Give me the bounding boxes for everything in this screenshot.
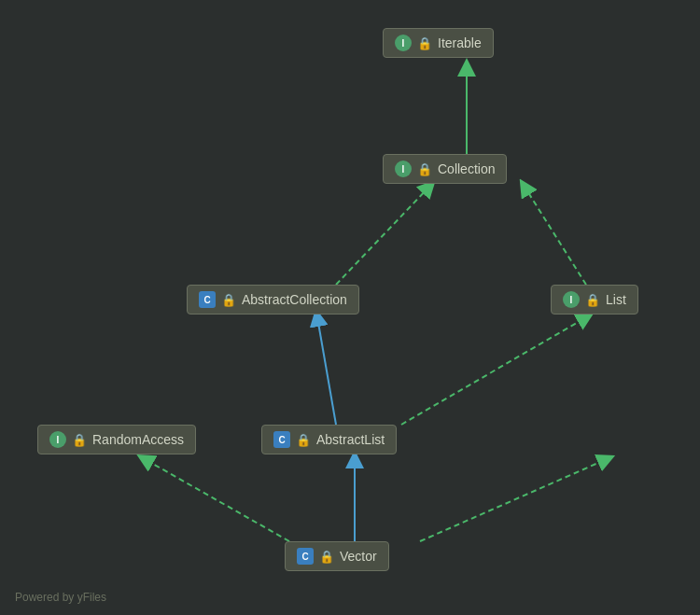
lock-icon-iterable: 🔒	[417, 36, 432, 50]
label-collection: Collection	[438, 161, 495, 176]
powered-by: Powered by yFiles	[15, 591, 106, 604]
label-iterable: Iterable	[438, 35, 482, 50]
lock-icon-list: 🔒	[585, 293, 600, 307]
badge-list: I	[563, 291, 580, 308]
svg-line-10	[420, 459, 607, 541]
badge-random-access: I	[49, 431, 66, 448]
node-list[interactable]: I 🔒 List	[551, 285, 638, 314]
node-collection[interactable]: I 🔒 Collection	[383, 154, 507, 184]
badge-iterable: I	[395, 35, 412, 51]
label-abstract-collection: AbstractCollection	[242, 292, 347, 307]
svg-line-5	[525, 187, 586, 285]
lock-icon-abstract-list: 🔒	[296, 433, 311, 447]
svg-line-6	[317, 317, 336, 425]
badge-abstract-list: C	[273, 431, 290, 448]
svg-line-7	[401, 317, 586, 425]
label-random-access: RandomAccess	[92, 432, 184, 447]
node-abstract-list[interactable]: C 🔒 AbstractList	[261, 425, 397, 454]
lock-icon-abstract-collection: 🔒	[221, 293, 236, 307]
svg-line-4	[336, 187, 429, 285]
node-abstract-collection[interactable]: C 🔒 AbstractCollection	[187, 285, 359, 314]
lock-icon-random-access: 🔒	[72, 433, 87, 447]
lock-icon-vector: 🔒	[319, 550, 334, 564]
node-random-access[interactable]: I 🔒 RandomAccess	[37, 425, 196, 454]
lock-icon-collection: 🔒	[417, 162, 432, 176]
label-list: List	[606, 292, 626, 307]
node-iterable[interactable]: I 🔒 Iterable	[383, 28, 494, 58]
badge-vector: C	[297, 548, 314, 565]
badge-abstract-collection: C	[199, 291, 216, 308]
node-vector[interactable]: C 🔒 Vector	[285, 541, 389, 571]
svg-line-9	[145, 459, 289, 541]
label-vector: Vector	[340, 549, 377, 564]
label-abstract-list: AbstractList	[316, 432, 385, 447]
badge-collection: I	[395, 161, 412, 177]
